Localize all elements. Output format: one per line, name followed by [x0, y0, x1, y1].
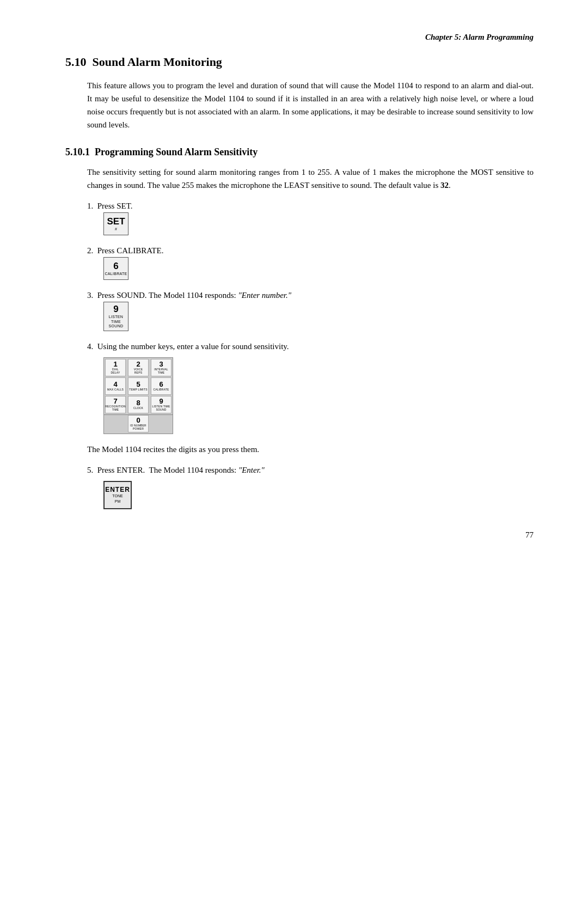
- chapter-header: Chapter 5: Alarm Programming: [65, 33, 534, 42]
- recite-text: The Model 1104 recites the digits as you…: [87, 443, 534, 456]
- key-1: 1DIALDELAY: [105, 359, 126, 376]
- enter-key-button: ENTER TONE PM: [103, 481, 132, 509]
- step-2-text: 2. Press CALIBRATE.: [87, 244, 534, 257]
- calibrate-key-top: 6: [113, 261, 118, 272]
- subsection-description-text: The sensitivity setting for sound alarm …: [87, 166, 534, 192]
- key-5: 5TEMP LIMITS: [128, 377, 149, 395]
- enter-key-container: ENTER TONE PM: [87, 481, 534, 509]
- section-intro-text: This feature allows you to program the l…: [87, 79, 534, 131]
- step-2: 2. Press CALIBRATE. 6 CALIBRATE: [87, 244, 534, 280]
- steps-container: 1. Press SET. SET # 2. Press CALIBRATE. …: [65, 199, 534, 434]
- recite-text-container: The Model 1104 recites the digits as you…: [65, 443, 534, 456]
- section-title: 5.10 Sound Alarm Monitoring: [65, 55, 534, 69]
- key-2: 2VOICEREPS: [128, 359, 149, 376]
- key-0-row: 0ID NUMBERPOWER: [103, 415, 173, 434]
- sound-key: 9 LISTEN TIMESOUND: [87, 302, 534, 331]
- section-number: 5.10: [65, 55, 87, 69]
- page: Chapter 5: Alarm Programming 5.10 Sound …: [0, 0, 588, 562]
- key-7: 7RECOGNITIONTIME: [105, 396, 126, 413]
- key-0: 0ID NUMBERPOWER: [128, 415, 149, 432]
- chapter-title: Chapter 5: Alarm Programming: [425, 33, 534, 41]
- set-key-bottom: #: [115, 227, 117, 231]
- step-3: 3. Press SOUND. The Model 1104 responds:…: [87, 289, 534, 331]
- calibrate-key-bottom: CALIBRATE: [105, 272, 127, 276]
- key-4: 4MAX CALLS: [105, 377, 126, 395]
- subsection-heading: Programming Sound Alarm Sensitivity: [95, 147, 258, 157]
- key-6: 6CALIBRATE: [151, 377, 171, 395]
- calibrate-key: 6 CALIBRATE: [87, 257, 534, 280]
- calibrate-key-button: 6 CALIBRATE: [103, 257, 128, 280]
- sound-key-bottom: LISTEN TIMESOUND: [106, 315, 126, 328]
- keypad: 1DIALDELAY 2VOICEREPS 3INTERVALTIME 4MAX…: [103, 357, 173, 434]
- set-key: SET #: [87, 212, 534, 235]
- sound-key-button: 9 LISTEN TIMESOUND: [103, 302, 128, 331]
- subsection-description-container: The sensitivity setting for sound alarm …: [65, 166, 534, 192]
- key-9: 9LISTEN TIMESOUND: [151, 396, 171, 413]
- step-1: 1. Press SET. SET #: [87, 199, 534, 235]
- sound-key-top: 9: [113, 304, 118, 315]
- step-4-text: 4. Using the number keys, enter a value …: [87, 340, 534, 353]
- set-key-button: SET #: [103, 212, 128, 235]
- key-8: 8CLOCK: [128, 396, 149, 413]
- keypad-container: 1DIALDELAY 2VOICEREPS 3INTERVALTIME 4MAX…: [87, 357, 534, 434]
- step-4: 4. Using the number keys, enter a value …: [87, 340, 534, 434]
- section-heading: Sound Alarm Monitoring: [93, 55, 222, 69]
- page-number: 77: [525, 530, 534, 540]
- step-5-text: 5. Press ENTER. The Model 1104 responds:…: [87, 463, 534, 477]
- enter-key-bottom: PM: [115, 499, 121, 504]
- key-3: 3INTERVALTIME: [151, 359, 171, 376]
- step-5-container: 5. Press ENTER. The Model 1104 responds:…: [65, 463, 534, 509]
- intro-paragraph: This feature allows you to program the l…: [65, 79, 534, 131]
- step-1-text: 1. Press SET.: [87, 199, 534, 212]
- set-key-top: SET: [107, 216, 125, 227]
- step-3-text: 3. Press SOUND. The Model 1104 responds:…: [87, 289, 534, 302]
- subsection-title: 5.10.1 Programming Sound Alarm Sensitivi…: [65, 147, 534, 158]
- subsection-number: 5.10.1: [65, 147, 90, 157]
- enter-key-mid: TONE: [112, 493, 122, 498]
- step-5: 5. Press ENTER. The Model 1104 responds:…: [87, 463, 534, 509]
- enter-key-top: ENTER: [105, 486, 130, 493]
